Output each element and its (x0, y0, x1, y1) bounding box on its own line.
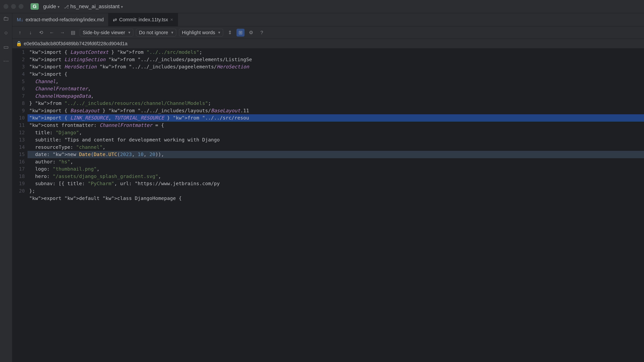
help-icon[interactable]: ? (258, 29, 266, 37)
branch-selector[interactable]: hs_new_ai_assistant▾ (64, 3, 123, 9)
project-badge: G (30, 3, 39, 9)
editor-tabs: M↓extract-method-refactoring/index.md ⇄C… (12, 13, 644, 26)
diff-settings-icon[interactable]: ⚙ (247, 29, 255, 37)
diff-toolbar: ↑ ↓ ⟲ ← → ▤ Side-by-side viewer▾ Do not … (12, 26, 644, 39)
compare-prev-icon[interactable]: ⟲ (37, 29, 45, 37)
collapse-icon[interactable]: ⇕ (226, 29, 234, 37)
tab-file-0[interactable]: M↓extract-method-refactoring/index.md (12, 13, 108, 26)
more-tools-icon[interactable]: ⋯ (2, 57, 10, 64)
next-diff-icon[interactable]: ↓ (26, 29, 34, 37)
window-controls[interactable] (4, 4, 24, 9)
titlebar: G guide▾ hs_new_ai_assistant▾ ■ dev▾ ▶ ✱… (0, 0, 644, 13)
jump-source-icon[interactable]: ▤ (69, 29, 77, 37)
lock-icon: 🔒 (16, 41, 22, 46)
revision-hash: e0e90a3a8cb80f3d489bb7429fd6f228cd904d1a (24, 41, 128, 46)
prev-diff-icon[interactable]: ↑ (16, 29, 24, 37)
project-tool-icon[interactable]: 🗀 (2, 15, 10, 22)
tab-commit[interactable]: ⇄Commit: index.11ty.tsx× (108, 13, 178, 26)
highlight-select[interactable]: Highlight words▾ (179, 29, 224, 37)
sync-scroll-icon[interactable]: ⊞ (236, 29, 244, 37)
project-name[interactable]: guide▾ (43, 3, 59, 9)
nav-back-icon[interactable]: ← (48, 29, 56, 37)
close-icon[interactable]: × (170, 17, 173, 22)
diff-left-pane: 1234567891011121314151617181920 "kw">imp… (12, 49, 644, 362)
nav-fwd-icon[interactable]: → (58, 29, 66, 37)
viewer-mode-select[interactable]: Side-by-side viewer▾ (80, 29, 133, 37)
commit-tool-icon[interactable]: ○ (2, 29, 10, 36)
ignore-select[interactable]: Do not ignore▾ (136, 29, 176, 37)
left-tool-strip: 🗀 ○ ▭ ⋯ ◎ ▣ ⊘ ⎇ (0, 13, 12, 362)
structure-tool-icon[interactable]: ▭ (2, 43, 10, 50)
